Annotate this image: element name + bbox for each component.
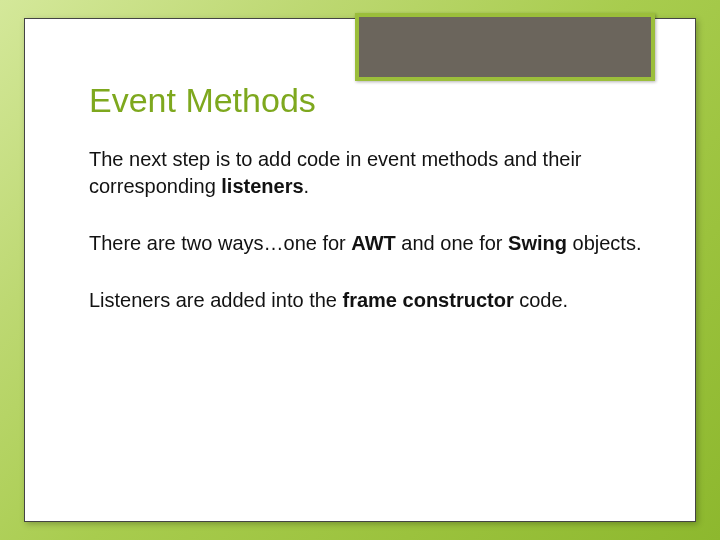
p2-text-a: There are two ways…one for: [89, 232, 351, 254]
p3-bold-frame-constructor: frame constructor: [343, 289, 514, 311]
p1-text-a: The next step is to add code in event me…: [89, 148, 582, 197]
p2-bold-awt: AWT: [351, 232, 395, 254]
paragraph-1: The next step is to add code in event me…: [89, 146, 647, 200]
p3-text-c: code.: [514, 289, 568, 311]
p1-bold-listeners: listeners: [221, 175, 303, 197]
slide-title: Event Methods: [89, 81, 647, 120]
p2-text-e: objects.: [567, 232, 641, 254]
slide-card: Event Methods The next step is to add co…: [24, 18, 696, 522]
accent-box: [355, 13, 655, 81]
p3-text-a: Listeners are added into the: [89, 289, 343, 311]
paragraph-3: Listeners are added into the frame const…: [89, 287, 647, 314]
slide-content: Event Methods The next step is to add co…: [89, 81, 647, 344]
p1-text-c: .: [304, 175, 310, 197]
paragraph-2: There are two ways…one for AWT and one f…: [89, 230, 647, 257]
p2-text-c: and one for: [396, 232, 508, 254]
p2-bold-swing: Swing: [508, 232, 567, 254]
